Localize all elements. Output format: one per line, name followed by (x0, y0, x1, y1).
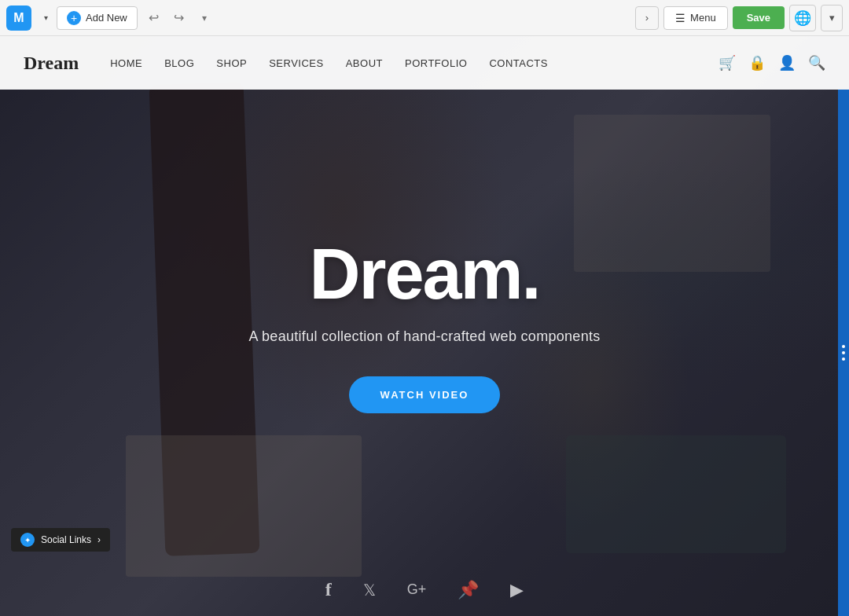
cart-icon[interactable]: 🛒 (719, 54, 736, 72)
nav-home[interactable]: HOME (110, 57, 142, 69)
menu-button[interactable]: ☰ Menu (663, 6, 728, 30)
save-button[interactable]: Save (733, 6, 785, 29)
toolbar-right: › ☰ Menu Save 🌐 ▾ (635, 5, 843, 31)
lock-icon[interactable]: 🔒 (748, 54, 766, 72)
user-icon[interactable]: 👤 (778, 54, 796, 72)
hero-content: Dream. A beautiful collection of hand-cr… (149, 239, 700, 413)
facebook-icon[interactable]: f (325, 579, 332, 600)
social-icons-row: f 𝕏 G+ 📌 ▶ (325, 579, 524, 600)
social-tag-arrow: › (97, 534, 101, 545)
panel-dot-3 (842, 358, 845, 361)
nav-blog[interactable]: BLOG (164, 57, 194, 69)
add-new-button[interactable]: + Add New (57, 6, 138, 30)
nav-about[interactable]: ABOUT (346, 57, 383, 69)
menu-label: Menu (690, 12, 716, 24)
nav-portfolio[interactable]: PORTFOLIO (405, 57, 467, 69)
pinterest-icon[interactable]: 📌 (458, 580, 479, 600)
history-controls: ↩ ↪ ▾ (142, 6, 216, 30)
site-nav: HOME BLOG SHOP SERVICES ABOUT PORTFOLIO … (110, 57, 719, 69)
search-icon[interactable]: 🔍 (808, 54, 825, 72)
youtube-icon[interactable]: ▶ (510, 580, 524, 600)
undo-button[interactable]: ↩ (142, 6, 166, 30)
social-links-tag[interactable]: ✦ Social Links › (11, 528, 110, 552)
watch-video-button[interactable]: WATCH VIDEO (349, 376, 501, 413)
hamburger-icon: ☰ (675, 12, 685, 24)
twitter-icon[interactable]: 𝕏 (363, 581, 376, 600)
nav-shop[interactable]: SHOP (216, 57, 247, 69)
logo-dropdown[interactable]: ▾ (39, 12, 52, 24)
site-navbar: Dream HOME BLOG SHOP SERVICES ABOUT PORT… (0, 36, 849, 90)
site-nav-icons: 🛒 🔒 👤 🔍 (719, 54, 825, 72)
social-bar: f 𝕏 G+ 📌 ▶ (0, 579, 849, 600)
panel-dot-2 (842, 351, 845, 354)
panel-dot-1 (842, 345, 845, 348)
nav-services[interactable]: SERVICES (269, 57, 324, 69)
right-panel[interactable] (838, 90, 849, 616)
plus-icon: + (67, 11, 81, 25)
right-panel-dots (842, 345, 845, 361)
add-new-label: Add New (86, 12, 127, 24)
globe-button[interactable]: 🌐 (789, 5, 816, 31)
history-dropdown-button[interactable]: ▾ (193, 6, 216, 30)
more-options-button[interactable]: ▾ (821, 5, 843, 31)
preview-arrow-button[interactable]: › (635, 6, 659, 30)
hero-title: Dream. (149, 239, 700, 310)
toolbar: M ▾ + Add New ↩ ↪ ▾ › ☰ Menu Save 🌐 ▾ (0, 0, 849, 36)
nav-contacts[interactable]: CONTACTS (489, 57, 548, 69)
logo-icon[interactable]: M (6, 6, 31, 31)
redo-button[interactable]: ↪ (167, 6, 191, 30)
hero-subtitle: A beautiful collection of hand-crafted w… (149, 328, 700, 345)
website-preview: Dream HOME BLOG SHOP SERVICES ABOUT PORT… (0, 36, 849, 616)
googleplus-icon[interactable]: G+ (407, 581, 427, 598)
social-links-label: Social Links (41, 534, 91, 545)
site-logo[interactable]: Dream (24, 53, 79, 74)
social-tag-dot: ✦ (20, 533, 35, 547)
